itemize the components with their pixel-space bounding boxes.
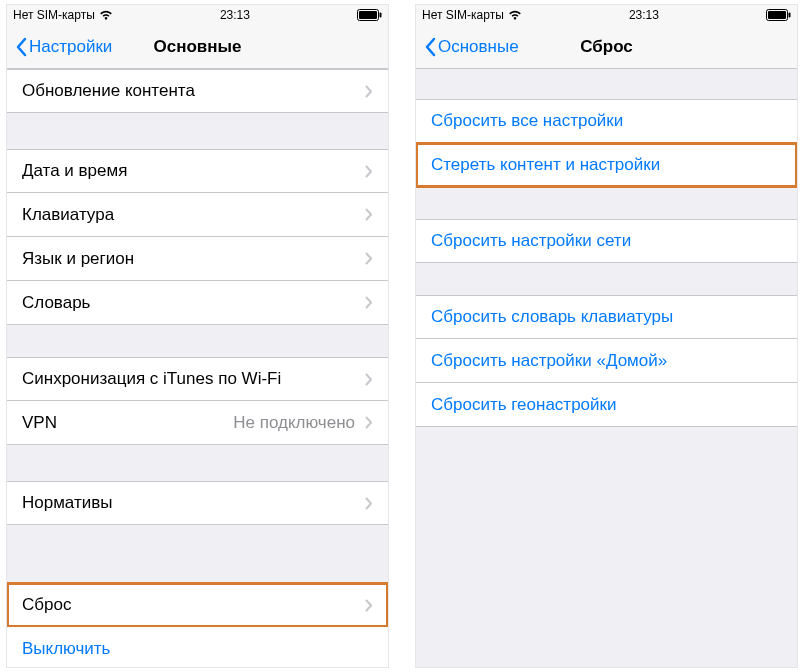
row-label: Дата и время [22,161,361,181]
content-reset[interactable]: Сбросить все настройкиСтереть контент и … [416,69,797,667]
battery-icon [357,9,382,21]
svg-rect-5 [788,13,790,18]
settings-row[interactable]: Клавиатура [7,193,388,237]
settings-row[interactable]: Сбросить все настройки [416,99,797,143]
back-button[interactable]: Настройки [15,37,112,57]
row-label: Словарь [22,293,361,313]
clock-text: 23:13 [629,8,659,22]
wifi-icon [508,10,522,20]
settings-row[interactable]: Сбросить настройки «Домой» [416,339,797,383]
back-label: Настройки [29,37,112,57]
row-label: Сбросить все настройки [431,111,782,131]
status-bar: Нет SIM-карты 23:13 [416,5,797,25]
row-label: Синхронизация с iTunes по Wi-Fi [22,369,361,389]
settings-row[interactable]: Язык и регион [7,237,388,281]
row-label: Сбросить геонастройки [431,395,782,415]
settings-row[interactable]: Сбросить словарь клавиатуры [416,295,797,339]
row-label: Нормативы [22,493,361,513]
chevron-right-icon [365,416,373,429]
chevron-right-icon [365,252,373,265]
row-label: Сбросить настройки сети [431,231,782,251]
settings-row[interactable]: Нормативы [7,481,388,525]
back-label: Основные [438,37,519,57]
settings-row[interactable]: Словарь [7,281,388,325]
chevron-left-icon [424,37,436,57]
settings-row[interactable]: Сбросить геонастройки [416,383,797,427]
row-label: VPN [22,413,233,433]
status-right [357,9,382,21]
nav-bar: Настройки Основные [7,25,388,69]
chevron-right-icon [365,599,373,612]
settings-row[interactable]: Синхронизация с iTunes по Wi-Fi [7,357,388,401]
clock-text: 23:13 [220,8,250,22]
row-detail: Не подключено [233,413,355,433]
svg-rect-2 [379,13,381,18]
phone-general: Нет SIM-карты 23:13 Настройки Основные О… [6,4,389,668]
settings-row[interactable]: Сброс [7,583,388,627]
status-right [766,9,791,21]
content-general[interactable]: Обновление контентаДата и времяКлавиатур… [7,69,388,667]
status-left: Нет SIM-карты [13,8,113,22]
row-label: Обновление контента [22,81,361,101]
settings-row[interactable]: VPNНе подключено [7,401,388,445]
carrier-text: Нет SIM-карты [13,8,95,22]
row-label: Сбросить словарь клавиатуры [431,307,782,327]
carrier-text: Нет SIM-карты [422,8,504,22]
settings-row[interactable]: Дата и время [7,149,388,193]
battery-icon [766,9,791,21]
phone-reset: Нет SIM-карты 23:13 Основные Сброс Сброс… [415,4,798,668]
chevron-right-icon [365,208,373,221]
settings-row[interactable]: Стереть контент и настройки [416,143,797,187]
wifi-icon [99,10,113,20]
chevron-right-icon [365,497,373,510]
status-bar: Нет SIM-карты 23:13 [7,5,388,25]
chevron-right-icon [365,85,373,98]
settings-row[interactable]: Сбросить настройки сети [416,219,797,263]
row-label: Клавиатура [22,205,361,225]
chevron-right-icon [365,373,373,386]
chevron-right-icon [365,296,373,309]
row-label: Выключить [22,639,373,659]
settings-row[interactable]: Обновление контента [7,69,388,113]
back-button[interactable]: Основные [424,37,519,57]
row-label: Стереть контент и настройки [431,155,782,175]
chevron-left-icon [15,37,27,57]
row-label: Сброс [22,595,361,615]
chevron-right-icon [365,165,373,178]
settings-row[interactable]: Выключить [7,627,388,667]
row-label: Сбросить настройки «Домой» [431,351,782,371]
status-left: Нет SIM-карты [422,8,522,22]
svg-rect-4 [768,11,786,19]
row-label: Язык и регион [22,249,361,269]
nav-bar: Основные Сброс [416,25,797,69]
svg-rect-1 [359,11,377,19]
